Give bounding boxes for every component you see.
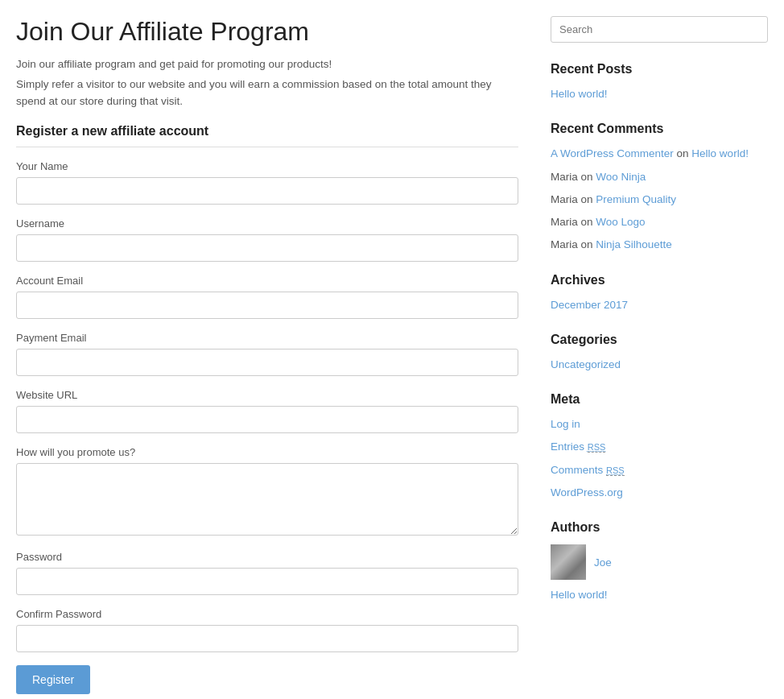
archive-link-0[interactable]: December 2017 <box>551 299 628 311</box>
payment-email-group: Payment Email <box>16 332 518 376</box>
meta-title: Meta <box>551 392 768 407</box>
list-item: Entries RSS <box>551 439 768 455</box>
recent-posts-section: Recent Posts Hello world! <box>551 62 768 102</box>
account-email-group: Account Email <box>16 275 518 319</box>
on-text-4: on <box>581 238 596 250</box>
author-row: Joe <box>551 544 612 580</box>
author-post: Hello world! <box>551 588 608 601</box>
meta-link-0[interactable]: Log in <box>551 418 580 430</box>
comment-post-link-2[interactable]: Premium Quality <box>596 193 676 205</box>
list-item: Log in <box>551 416 768 432</box>
list-item: Maria on Ninja Silhouette <box>551 237 768 253</box>
list-item: Comments RSS <box>551 462 768 478</box>
username-group: Username <box>16 217 518 262</box>
description: Simply refer a visitor to our website an… <box>16 77 518 110</box>
commenter-text-3: Maria <box>551 216 578 228</box>
commenter-text-1: Maria <box>551 171 578 183</box>
account-email-label: Account Email <box>16 275 518 287</box>
website-url-input[interactable] <box>16 406 518 433</box>
recent-comments-title: Recent Comments <box>551 122 768 136</box>
on-text-3: on <box>581 216 596 228</box>
recent-post-link[interactable]: Hello world! <box>551 88 608 100</box>
affiliate-form: Your Name Username Account Email Payment… <box>16 160 518 699</box>
meta-link-3[interactable]: WordPress.org <box>551 486 623 498</box>
list-item: Maria on Woo Logo <box>551 214 768 230</box>
list-item: Maria on Premium Quality <box>551 192 768 208</box>
website-url-label: Website URL <box>16 389 518 401</box>
author-name-link[interactable]: Joe <box>594 556 612 569</box>
archives-list: December 2017 <box>551 297 768 313</box>
author-block: Joe Hello world! <box>551 544 768 601</box>
website-url-group: Website URL <box>16 389 518 433</box>
confirm-password-group: Confirm Password <box>16 608 518 652</box>
page-title: Join Our Affiliate Program <box>16 16 518 47</box>
rss-abbr-2: RSS <box>606 465 625 476</box>
categories-section: Categories Uncategorized <box>551 333 768 373</box>
your-name-label: Your Name <box>16 160 518 172</box>
on-text-0: on <box>677 147 692 159</box>
recent-posts-title: Recent Posts <box>551 62 768 77</box>
comment-post-link-0[interactable]: Hello world! <box>691 147 749 159</box>
category-link-0[interactable]: Uncategorized <box>551 358 621 370</box>
list-item: WordPress.org <box>551 485 768 501</box>
recent-comments-list: A WordPress Commenter on Hello world! Ma… <box>551 146 768 253</box>
password-input[interactable] <box>16 568 518 595</box>
payment-email-label: Payment Email <box>16 332 518 344</box>
sidebar: Recent Posts Hello world! Recent Comment… <box>551 16 768 699</box>
entries-text: Entries <box>551 440 588 453</box>
your-name-group: Your Name <box>16 160 518 205</box>
username-input[interactable] <box>16 234 518 262</box>
password-group: Password <box>16 551 518 595</box>
form-section-title: Register a new affiliate account <box>16 124 518 147</box>
archives-title: Archives <box>551 273 768 287</box>
payment-email-input[interactable] <box>16 349 518 376</box>
comments-text: Comments <box>551 464 606 476</box>
list-item: Maria on Woo Ninja <box>551 169 768 185</box>
register-button[interactable]: Register <box>16 665 90 694</box>
meta-section: Meta Log in Entries RSS Comments RSS Wor… <box>551 392 768 501</box>
search-input[interactable] <box>551 16 768 43</box>
comment-post-link-3[interactable]: Woo Logo <box>596 216 645 228</box>
your-name-input[interactable] <box>16 177 518 205</box>
commenter-text-2: Maria <box>551 193 578 205</box>
author-name: Joe <box>594 556 612 569</box>
categories-title: Categories <box>551 333 768 347</box>
archives-section: Archives December 2017 <box>551 273 768 313</box>
password-label: Password <box>16 551 518 563</box>
comment-post-link-4[interactable]: Ninja Silhouette <box>596 238 672 250</box>
authors-title: Authors <box>551 520 768 535</box>
recent-posts-list: Hello world! <box>551 86 768 102</box>
avatar-image <box>551 544 586 580</box>
list-item: Uncategorized <box>551 357 768 373</box>
promote-label: How will you promote us? <box>16 446 518 458</box>
confirm-password-input[interactable] <box>16 625 518 652</box>
list-item: Hello world! <box>551 86 768 102</box>
promote-group: How will you promote us? <box>16 446 518 538</box>
authors-section: Authors Joe Hello world! <box>551 520 768 601</box>
meta-link-1[interactable]: Entries RSS <box>551 440 605 453</box>
commenter-text-4: Maria <box>551 238 578 250</box>
list-item: A WordPress Commenter on Hello world! <box>551 146 768 162</box>
username-label: Username <box>16 217 518 230</box>
subtitle: Join our affiliate program and get paid … <box>16 58 518 70</box>
meta-list: Log in Entries RSS Comments RSS WordPres… <box>551 416 768 501</box>
on-text-1: on <box>581 171 596 183</box>
author-post-link[interactable]: Hello world! <box>551 589 608 601</box>
list-item: December 2017 <box>551 297 768 313</box>
categories-list: Uncategorized <box>551 357 768 373</box>
on-text-2: on <box>581 193 596 205</box>
main-content: Join Our Affiliate Program Join our affi… <box>16 16 518 699</box>
rss-abbr: RSS <box>588 442 606 453</box>
account-email-input[interactable] <box>16 292 518 319</box>
comment-post-link-1[interactable]: Woo Ninja <box>596 171 646 183</box>
avatar <box>551 544 586 580</box>
meta-link-2[interactable]: Comments RSS <box>551 464 625 476</box>
promote-textarea[interactable] <box>16 463 518 536</box>
confirm-password-label: Confirm Password <box>16 608 518 620</box>
recent-comments-section: Recent Comments A WordPress Commenter on… <box>551 122 768 253</box>
commenter-link-0[interactable]: A WordPress Commenter <box>551 147 674 159</box>
